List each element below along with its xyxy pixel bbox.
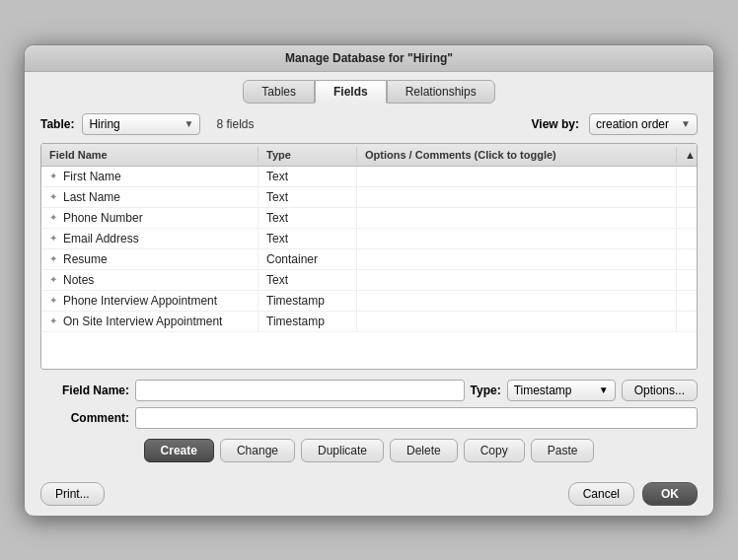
form-section: Field Name: Type: Timestamp ▼ Options...…	[40, 380, 698, 429]
ok-button[interactable]: OK	[642, 482, 698, 506]
type-cell: Text	[258, 187, 357, 207]
toolbar-row: Table: Hiring ▼ 8 fields View by: creati…	[40, 113, 698, 135]
viewby-dropdown[interactable]: creation order ▼	[589, 113, 698, 135]
table-row[interactable]: ✦On Site Interview Appointment Timestamp	[41, 312, 697, 332]
tab-relationships[interactable]: Relationships	[387, 80, 495, 104]
viewby-label: View by:	[532, 117, 579, 131]
field-name-label: Field Name:	[40, 384, 129, 397]
options-button[interactable]: Options...	[622, 380, 698, 401]
table-row[interactable]: ✦Last Name Text	[41, 187, 697, 208]
drag-handle-icon: ✦	[49, 171, 57, 181]
comment-row: Comment:	[40, 407, 698, 429]
drag-handle-icon: ✦	[49, 233, 57, 244]
field-name-cell: ✦Email Address	[41, 229, 258, 248]
drag-handle-icon: ✦	[49, 274, 57, 285]
field-name-cell: ✦Phone Number	[41, 208, 258, 228]
content-area: Table: Hiring ▼ 8 fields View by: creati…	[25, 104, 713, 474]
options-cell	[357, 291, 677, 311]
col-header-sort[interactable]: ▲	[677, 147, 697, 163]
table-dropdown[interactable]: Hiring ▼	[82, 113, 200, 135]
field-name-cell: ✦Resume	[41, 249, 258, 269]
options-cell	[357, 249, 677, 269]
options-cell	[357, 187, 677, 207]
tab-fields[interactable]: Fields	[315, 80, 387, 104]
drag-handle-icon: ✦	[49, 212, 57, 223]
options-cell	[357, 167, 677, 186]
comment-input[interactable]	[135, 407, 698, 429]
type-dropdown[interactable]: Timestamp ▼	[507, 380, 616, 401]
manage-database-dialog: Manage Database for "Hiring" Tables Fiel…	[24, 44, 714, 517]
create-button[interactable]: Create	[144, 439, 214, 462]
table-row[interactable]: ✦First Name Text	[41, 167, 697, 187]
type-cell: Text	[258, 167, 357, 186]
options-cell	[357, 312, 677, 331]
col-header-type: Type	[258, 147, 357, 163]
dialog-title: Manage Database for "Hiring"	[25, 45, 713, 72]
options-cell	[357, 229, 677, 248]
type-dropdown-arrow: ▼	[599, 385, 609, 395]
viewby-dropdown-arrow: ▼	[681, 118, 691, 129]
change-button[interactable]: Change	[220, 439, 295, 462]
table-row[interactable]: ✦Phone Interview Appointment Timestamp	[41, 291, 697, 312]
drag-handle-icon: ✦	[49, 295, 57, 306]
print-button[interactable]: Print...	[40, 482, 105, 506]
action-buttons-row: Create Change Duplicate Delete Copy Past…	[40, 439, 698, 462]
tabs-row: Tables Fields Relationships	[25, 72, 713, 104]
fields-count: 8 fields	[216, 117, 525, 131]
drag-handle-icon: ✦	[49, 253, 57, 264]
duplicate-button[interactable]: Duplicate	[301, 439, 384, 462]
table-row[interactable]: ✦Resume Container	[41, 249, 697, 270]
field-name-cell: ✦On Site Interview Appointment	[41, 312, 258, 331]
comment-label: Comment:	[40, 411, 129, 425]
field-name-cell: ✦First Name	[41, 167, 258, 186]
type-label: Type:	[471, 384, 501, 397]
field-name-row: Field Name: Type: Timestamp ▼ Options...	[40, 380, 698, 401]
delete-button[interactable]: Delete	[390, 439, 458, 462]
table-row[interactable]: ✦Notes Text	[41, 270, 697, 291]
type-cell: Timestamp	[258, 312, 357, 331]
paste-button[interactable]: Paste	[531, 439, 595, 462]
options-cell	[357, 208, 677, 228]
cancel-button[interactable]: Cancel	[568, 482, 634, 506]
field-name-cell: ✦Notes	[41, 270, 258, 290]
table-row[interactable]: ✦Email Address Text	[41, 229, 697, 249]
field-name-input[interactable]	[135, 380, 465, 401]
type-value: Timestamp	[514, 384, 572, 397]
col-header-field-name: Field Name	[41, 147, 258, 163]
field-name-cell: ✦Last Name	[41, 187, 258, 207]
table-value: Hiring	[89, 117, 119, 131]
options-cell	[357, 270, 677, 290]
type-cell: Text	[258, 229, 357, 248]
drag-handle-icon: ✦	[49, 191, 57, 202]
field-name-cell: ✦Phone Interview Appointment	[41, 291, 258, 311]
type-cell: Timestamp	[258, 291, 357, 311]
col-header-options: Options / Comments (Click to toggle)	[357, 147, 677, 163]
fields-table: Field Name Type Options / Comments (Clic…	[40, 143, 698, 370]
table-header: Field Name Type Options / Comments (Clic…	[41, 144, 697, 167]
bottom-row: Print... Cancel OK	[25, 474, 713, 516]
copy-button[interactable]: Copy	[464, 439, 525, 462]
type-row: Type: Timestamp ▼ Options...	[471, 380, 698, 401]
type-cell: Text	[258, 208, 357, 228]
type-cell: Container	[258, 249, 357, 269]
viewby-value: creation order	[596, 117, 669, 131]
type-cell: Text	[258, 270, 357, 290]
drag-handle-icon: ✦	[49, 315, 57, 326]
table-dropdown-arrow: ▼	[184, 118, 194, 129]
table-label: Table:	[40, 117, 74, 131]
table-row[interactable]: ✦Phone Number Text	[41, 208, 697, 229]
table-body: ✦First Name Text ✦Last Name Text ✦Phone …	[41, 167, 697, 370]
tab-tables[interactable]: Tables	[243, 80, 315, 104]
